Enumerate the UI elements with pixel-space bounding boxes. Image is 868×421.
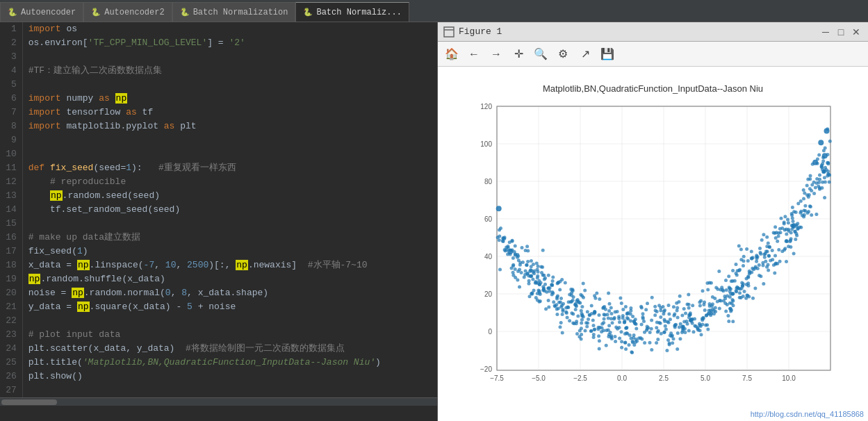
svg-point-772 [808,204,811,208]
svg-point-744 [498,267,502,271]
svg-point-838 [507,249,513,254]
svg-point-370 [770,248,773,251]
svg-point-832 [689,318,692,322]
configure-button[interactable]: ⚙ [553,44,573,64]
code-content-7: import tensorflow as tf [22,106,437,119]
svg-point-739 [742,289,746,292]
svg-point-459 [729,279,732,283]
zoom-button[interactable]: 🔍 [531,44,550,64]
svg-point-663 [791,224,794,228]
line-num-1: 1 [0,22,22,36]
figure-toolbar: 🏠 ← → ✛ 🔍 ⚙ ↗ 💾 [438,42,868,67]
svg-point-635 [794,231,798,235]
horizontal-scrollbar[interactable] [0,397,437,406]
svg-point-51 [527,295,531,298]
code-content-14: tf.set_random_seed(seed) [22,203,437,217]
svg-point-667 [526,260,530,263]
svg-point-813 [571,321,575,324]
svg-point-831 [585,324,589,328]
line-num-16: 16 [0,231,22,245]
svg-point-654 [518,263,521,266]
code-content-27 [22,383,437,397]
svg-point-623 [765,235,769,238]
svg-point-573 [739,247,742,251]
code-content-16: # make up data建立数据 [22,231,437,245]
scrollbar-thumb[interactable] [1,399,57,405]
svg-point-736 [783,248,786,251]
code-panel[interactable]: 1 import os 2 os.environ['TF_CPP_MIN_LOG… [0,22,438,421]
svg-point-800 [558,325,562,329]
svg-point-758 [659,306,662,309]
forward-button[interactable]: → [486,44,506,64]
svg-point-488 [546,298,550,302]
subplot-button[interactable]: ↗ [575,44,595,64]
svg-point-700 [732,279,736,282]
tab-autoencoder2[interactable]: 🐍 Autoencoder2 [83,2,172,22]
tab-icon-autoencoder: 🐍 [8,8,17,17]
home-button[interactable]: 🏠 [442,44,461,64]
svg-point-810 [522,275,525,279]
svg-point-183 [827,180,830,183]
svg-point-716 [577,301,580,304]
svg-point-806 [738,267,742,271]
svg-point-474 [727,320,730,323]
svg-point-383 [642,320,646,323]
pan-button[interactable]: ✛ [509,44,528,64]
figure-panel: Figure 1 ─ □ ✕ 🏠 ← → ✛ 🔍 ⚙ ↗ 💾 Matplotli… [438,22,868,421]
plot-title: Matplotlib,BN,QuadraticFunction_InputDat… [543,83,763,94]
svg-point-401 [623,340,627,344]
code-content-20: noise = np.random.normal(0, 8, x_data.sh… [22,286,437,300]
svg-point-598 [653,313,657,317]
svg-point-232 [547,305,550,308]
back-button[interactable]: ← [464,44,484,64]
svg-point-620 [682,307,685,311]
tab-autoencoder[interactable]: 🐍 Autoencoder [0,2,83,22]
svg-point-682 [568,319,571,322]
svg-point-269 [607,324,611,327]
svg-point-611 [696,327,699,330]
code-line-21: 21 y_data = np.square(x_data) - 5 + nois… [0,300,437,314]
close-button[interactable]: ✕ [850,26,862,38]
svg-point-464 [621,308,625,311]
svg-point-255 [799,199,802,202]
svg-point-612 [580,317,584,321]
svg-point-505 [739,296,742,299]
svg-point-706 [619,330,623,333]
svg-point-510 [535,298,539,302]
svg-point-398 [758,247,762,250]
svg-point-593 [685,302,689,306]
tab-batch-norm[interactable]: 🐍 Batch Normalization [172,2,296,22]
svg-point-657 [646,326,650,329]
svg-point-792 [615,310,619,313]
svg-point-388 [774,231,778,234]
save-button[interactable]: 💾 [598,44,617,64]
svg-point-759 [789,237,792,240]
line-num-17: 17 [0,245,22,258]
svg-point-518 [551,275,555,279]
code-content-8: import matplotlib.pyplot as plt [22,119,437,133]
svg-point-437 [701,289,704,292]
svg-point-782 [499,226,502,230]
svg-point-403 [791,220,794,223]
maximize-button[interactable]: □ [835,26,847,38]
svg-point-694 [823,146,826,149]
svg-point-514 [685,319,688,322]
svg-point-757 [650,295,653,299]
minimize-button[interactable]: ─ [819,26,832,38]
svg-point-767 [813,185,817,189]
svg-point-728 [583,329,587,332]
svg-point-840 [818,140,824,145]
svg-point-435 [552,300,555,304]
svg-point-507 [714,286,718,289]
line-num-6: 6 [0,92,22,106]
tab-batch-norm2[interactable]: 🐍 Batch Normaliz... [295,2,409,22]
svg-point-565 [687,306,690,309]
svg-point-733 [789,212,793,215]
svg-point-542 [546,286,550,290]
svg-point-801 [731,304,735,307]
svg-text:0: 0 [488,328,492,336]
svg-point-839 [824,128,829,133]
line-num-24: 24 [0,342,22,356]
svg-text:−2.5: −2.5 [573,374,587,382]
code-content-15 [22,217,437,231]
